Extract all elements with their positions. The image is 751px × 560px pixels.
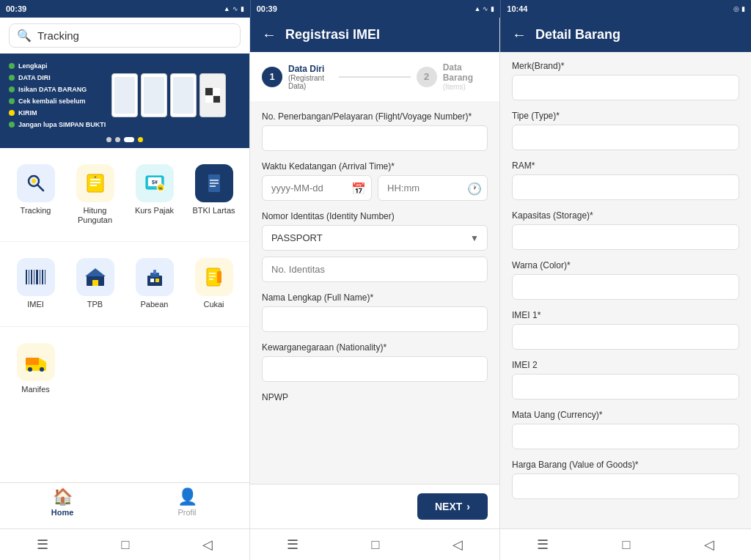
- imei-home-button[interactable]: □: [357, 534, 395, 556]
- step-2-circle: 2: [417, 67, 437, 87]
- icon-kurs-pajak[interactable]: $¥ % Kurs Pajak: [125, 157, 184, 232]
- imei1-input[interactable]: [512, 324, 739, 350]
- phone-mockup-3: [170, 73, 197, 117]
- btki-label: BTKI Lartas: [192, 206, 235, 215]
- svg-rect-25: [45, 270, 45, 284]
- detail-home-button[interactable]: □: [608, 534, 645, 556]
- next-button[interactable]: NEXT ›: [417, 493, 488, 520]
- search-bar: 🔍: [0, 18, 249, 54]
- imei-system-nav: ☰ □ ◁: [250, 528, 499, 560]
- detail-menu-button[interactable]: ☰: [522, 534, 563, 556]
- tracking-label: Tracking: [21, 206, 51, 215]
- nationality-input[interactable]: [262, 356, 488, 382]
- step-2-info: Data Barang (Items): [443, 62, 488, 91]
- home-button[interactable]: □: [107, 534, 144, 556]
- detail-back-sys-button[interactable]: ◁: [689, 534, 729, 556]
- phone-mockup-2: [141, 73, 167, 117]
- nav-profil[interactable]: 👤 Profil: [125, 487, 249, 517]
- brand-input[interactable]: [512, 75, 739, 100]
- panel-detail: ← Detail Barang Merk(Brand)* Tipe (Type)…: [500, 18, 751, 560]
- imei2-input[interactable]: [512, 374, 739, 399]
- signal-icon-1: ▲: [224, 5, 230, 12]
- svg-line-1: [37, 185, 43, 191]
- next-label: NEXT: [435, 501, 462, 512]
- detail-back-button[interactable]: ←: [512, 26, 527, 43]
- identity-number-input[interactable]: [262, 257, 488, 282]
- imei-icon-box: [17, 258, 55, 296]
- step-dot-3: [9, 98, 15, 104]
- step-1: 1 Data Diri (Registrant Data): [262, 64, 333, 90]
- icon-manifes[interactable]: Manifes: [6, 336, 65, 474]
- svg-rect-35: [217, 271, 221, 283]
- icons-grid-row3: Manifes: [0, 326, 249, 482]
- flight-label: No. Penerbangan/Pelayaran (Flight/Voyage…: [262, 111, 488, 122]
- wifi-icon-2: ∿: [483, 5, 488, 12]
- back-button[interactable]: ◁: [188, 534, 227, 556]
- identity-type-select[interactable]: PASSPORT KTP SIM: [262, 225, 488, 251]
- time-3: 10:44: [507, 4, 527, 13]
- currency-input[interactable]: [512, 424, 739, 449]
- time-1: 00:39: [6, 4, 26, 13]
- storage-input[interactable]: [512, 224, 739, 250]
- fullname-group: Nama Lengkap (Full Name)*: [262, 292, 488, 332]
- icon-tpb[interactable]: TPB: [65, 251, 125, 317]
- svg-rect-18: [26, 270, 27, 284]
- manifes-icon-box: [17, 343, 55, 381]
- icon-cukai[interactable]: Cukai: [184, 251, 243, 317]
- type-input[interactable]: [512, 125, 739, 150]
- search-input[interactable]: [37, 29, 232, 42]
- imei-header-title: Registrasi IMEI: [285, 27, 380, 43]
- wifi-icon-1: ∿: [232, 5, 238, 12]
- signal-icon-2: ▲: [474, 5, 480, 12]
- svg-point-2: [32, 179, 36, 183]
- icon-tracking[interactable]: Tracking: [6, 157, 65, 232]
- goods-value-input[interactable]: [512, 474, 739, 499]
- svg-rect-19: [29, 270, 29, 284]
- search-input-wrap[interactable]: 🔍: [9, 23, 241, 48]
- icon-imei[interactable]: IMEI: [6, 251, 65, 317]
- step-dot-2: [9, 86, 15, 92]
- nav-home[interactable]: 🏠 Home: [0, 487, 125, 517]
- imei-back-button[interactable]: ←: [262, 26, 276, 43]
- step-2-number: 2: [424, 71, 429, 82]
- svg-marker-27: [85, 268, 106, 276]
- icon-btki[interactable]: BTKI Lartas: [184, 157, 243, 232]
- banner-step-3: Cek kembali sebelum: [9, 97, 106, 105]
- menu-button[interactable]: ☰: [22, 534, 63, 556]
- panel-home: 🔍 Lengkapi DATA DIRI Isikan DATA BARANG: [0, 18, 250, 560]
- svg-rect-22: [36, 270, 38, 284]
- imei-menu-button[interactable]: ☰: [272, 534, 313, 556]
- fullname-input[interactable]: [262, 306, 488, 332]
- svg-text:%: %: [158, 186, 163, 191]
- svg-rect-20: [31, 270, 32, 284]
- svg-rect-31: [153, 270, 156, 274]
- status-panel-2: 00:39 ▲ ∿ ▮: [250, 0, 501, 18]
- status-panel-3: 10:44 ◎ ▮: [500, 0, 751, 18]
- profil-nav-label: Profil: [177, 508, 196, 517]
- svg-rect-32: [150, 279, 154, 282]
- pabean-icon: [143, 265, 166, 289]
- imei-back-sys-button[interactable]: ◁: [438, 534, 477, 556]
- brand-label: Merk(Brand)*: [512, 61, 739, 71]
- imei2-group: IMEI 2: [512, 360, 739, 399]
- icon-hitung-pungutan[interactable]: + Hitung Pungutan: [65, 157, 125, 232]
- tracking-icon-box: [17, 164, 55, 202]
- imei-form: No. Penerbangan/Pelayaran (Flight/Voyage…: [250, 101, 499, 484]
- dot-4: [138, 137, 143, 142]
- step-1-circle: 1: [262, 67, 282, 87]
- flight-input[interactable]: [262, 125, 488, 151]
- banner-step-2: Isikan DATA BARANG: [9, 86, 106, 93]
- step-1-number: 1: [269, 71, 274, 82]
- step-text-diri: DATA DIRI: [18, 74, 51, 81]
- icon-pabean[interactable]: Pabean: [125, 251, 184, 317]
- imei1-group: IMEI 1*: [512, 310, 739, 350]
- color-input[interactable]: [512, 274, 739, 300]
- npwp-label: NPWP: [262, 392, 488, 402]
- tpb-icon: [84, 265, 107, 289]
- arrival-label: Waktu Kedatangan (Arrival Time)*: [262, 161, 488, 172]
- ram-input[interactable]: [512, 174, 739, 200]
- pabean-icon-box: [136, 258, 174, 296]
- svg-rect-24: [42, 270, 43, 284]
- cukai-label: Cukai: [203, 300, 224, 309]
- step-2: 2 Data Barang (Items): [417, 62, 488, 91]
